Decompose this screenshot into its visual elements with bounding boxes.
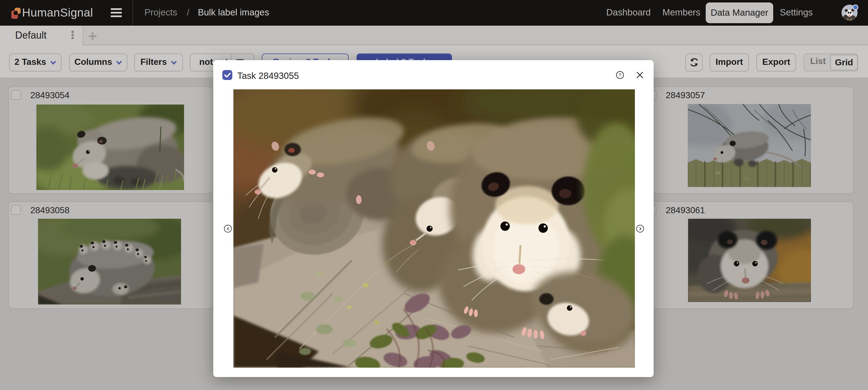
svg-text:?: ? — [619, 73, 621, 78]
